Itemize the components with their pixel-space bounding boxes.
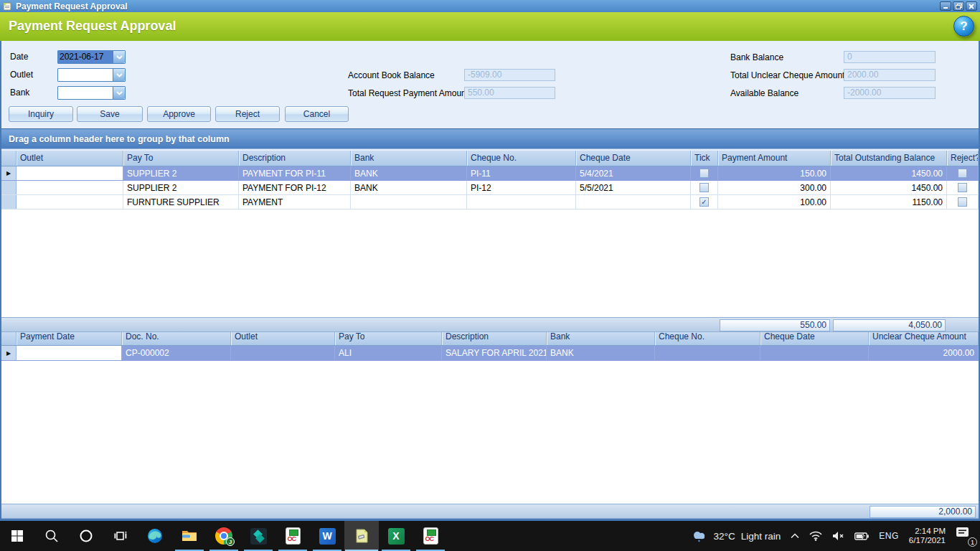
battery-icon[interactable] <box>854 532 869 540</box>
grid-row[interactable]: ▶SUPPLIER 2PAYMENT FOR PI-11BANKPI-115/4… <box>1 166 979 181</box>
cell-outstanding[interactable]: 1450.00 <box>831 181 947 194</box>
volume-muted-icon[interactable] <box>832 531 844 541</box>
column-header-unclear_amount[interactable]: Unclear Cheque Amount <box>869 332 979 345</box>
cell-reject[interactable] <box>947 181 979 194</box>
reject-checkbox[interactable] <box>958 169 967 178</box>
cell-doc_no[interactable]: CP-000002 <box>122 346 231 360</box>
clock[interactable]: 2:14 PM 6/17/2021 <box>909 527 946 545</box>
cell-bank[interactable]: BANK <box>351 181 467 194</box>
cell-unclear_amount[interactable]: 2000.00 <box>869 346 979 360</box>
file-explorer-icon[interactable] <box>172 521 207 551</box>
grid-row[interactable]: ▶CP-000002ALISALARY FOR APRIL 2021BANK20… <box>1 346 979 361</box>
tray-expand-chevron-icon[interactable] <box>791 533 799 539</box>
column-header-payment_date[interactable]: Payment Date <box>17 332 122 345</box>
tick-checkbox[interactable] <box>699 169 709 178</box>
cell-outlet[interactable] <box>17 195 123 209</box>
cell-cheque_no[interactable] <box>467 195 576 209</box>
cancel-button[interactable]: Cancel <box>285 106 349 122</box>
cell-cheque_no[interactable]: PI-12 <box>467 181 576 194</box>
cell-outlet[interactable] <box>17 166 123 180</box>
filmora-icon[interactable] <box>241 521 275 551</box>
save-button[interactable]: Save <box>77 106 143 122</box>
column-header-cheque_date[interactable]: Cheque Date <box>576 151 691 166</box>
cell-outstanding[interactable]: 1450.00 <box>831 166 947 180</box>
cell-bank[interactable] <box>351 195 467 209</box>
column-header-payment_amount[interactable]: Payment Amount <box>718 151 831 166</box>
cell-pay_to[interactable]: SUPPLIER 2 <box>123 166 239 180</box>
column-header-cheque_no[interactable]: Cheque No. <box>655 332 760 345</box>
cell-reject[interactable] <box>947 195 979 209</box>
cell-cheque_no[interactable] <box>655 346 760 360</box>
column-header-bank[interactable]: Bank <box>351 151 467 166</box>
tick-checkbox[interactable]: ✓ <box>699 197 709 207</box>
chevron-down-icon[interactable] <box>113 51 125 63</box>
cell-outlet[interactable] <box>231 346 335 360</box>
column-header-reject[interactable]: Reject? <box>947 151 979 166</box>
cell-cheque_date[interactable]: 5/5/2021 <box>576 181 691 194</box>
column-header-outlet[interactable]: Outlet <box>231 332 335 345</box>
reject-button[interactable]: Reject <box>215 106 280 122</box>
wifi-icon[interactable] <box>809 531 822 541</box>
column-header-description[interactable]: Description <box>442 332 547 345</box>
edge-icon[interactable] <box>138 521 172 551</box>
column-header-description[interactable]: Description <box>239 151 351 166</box>
weather-widget[interactable]: 32°C Light rain <box>691 529 781 543</box>
reject-checkbox[interactable] <box>958 183 967 192</box>
outlet-combobox[interactable] <box>57 68 126 82</box>
minimize-button[interactable] <box>940 1 951 11</box>
cell-payment_amount[interactable]: 150.00 <box>718 166 831 180</box>
cell-payment_amount[interactable]: 300.00 <box>718 181 831 194</box>
cell-reject[interactable] <box>947 166 979 180</box>
chevron-down-icon[interactable] <box>113 69 125 81</box>
close-button[interactable] <box>966 1 977 11</box>
cell-description[interactable]: PAYMENT <box>239 195 351 209</box>
column-header-doc_no[interactable]: Doc. No. <box>122 332 231 345</box>
search-icon[interactable] <box>34 521 69 551</box>
group-by-bar[interactable]: Drag a column header here to group by th… <box>1 128 979 149</box>
bank-combobox[interactable] <box>57 86 126 100</box>
cell-cheque_date[interactable] <box>576 195 691 209</box>
grid-row[interactable]: SUPPLIER 2PAYMENT FOR PI-12BANKPI-125/5/… <box>1 181 979 195</box>
language-indicator[interactable]: ENG <box>879 531 899 541</box>
column-header-cheque_no[interactable]: Cheque No. <box>467 151 576 166</box>
cell-cheque_no[interactable]: PI-11 <box>467 166 576 180</box>
excel-icon[interactable]: X <box>379 521 413 551</box>
approve-button[interactable]: Approve <box>147 106 211 122</box>
inquiry-button[interactable]: Inquiry <box>9 106 73 122</box>
column-header-outlet[interactable]: Outlet <box>17 151 123 166</box>
cell-outlet[interactable] <box>17 181 123 194</box>
cell-tick[interactable] <box>691 181 718 194</box>
cell-cheque_date[interactable]: 5/4/2021 <box>576 166 691 180</box>
column-header-bank[interactable]: Bank <box>547 332 655 345</box>
report-app-icon[interactable]: OC <box>275 521 310 551</box>
date-combobox[interactable]: 2021-06-17 <box>57 50 126 64</box>
cell-tick[interactable]: ✓ <box>691 195 718 209</box>
cell-payment_date[interactable] <box>17 346 122 360</box>
cell-pay_to[interactable]: FURNTURE SUPPLIER <box>123 195 239 209</box>
column-header-pay_to[interactable]: Pay To <box>123 151 239 166</box>
word-icon[interactable]: W <box>310 521 344 551</box>
cell-tick[interactable] <box>691 166 718 180</box>
column-header-cheque_date[interactable]: Cheque Date <box>760 332 869 345</box>
grid-row[interactable]: FURNTURE SUPPLIERPAYMENT✓100.001150.00 <box>1 195 979 209</box>
reject-checkbox[interactable] <box>958 197 967 207</box>
cell-pay_to[interactable]: SUPPLIER 2 <box>123 181 239 194</box>
column-header-pay_to[interactable]: Pay To <box>335 332 442 345</box>
help-button[interactable]: ? <box>953 16 974 37</box>
column-header-tick[interactable]: Tick <box>691 151 718 166</box>
cell-cheque_date[interactable] <box>760 346 869 360</box>
column-header-outstanding[interactable]: Total Outstanding Balance <box>831 151 947 166</box>
cell-payment_amount[interactable]: 100.00 <box>718 195 831 209</box>
cell-description[interactable]: SALARY FOR APRIL 2021 <box>442 346 547 360</box>
restore-button[interactable] <box>953 1 964 11</box>
task-view-icon[interactable] <box>103 521 138 551</box>
cell-outstanding[interactable]: 1150.00 <box>831 195 947 209</box>
cell-description[interactable]: PAYMENT FOR PI-11 <box>239 166 351 180</box>
cortana-icon[interactable] <box>69 521 103 551</box>
cell-pay_to[interactable]: ALI <box>335 346 442 360</box>
cell-description[interactable]: PAYMENT FOR PI-12 <box>239 181 351 194</box>
cell-bank[interactable]: BANK <box>351 166 467 180</box>
start-button[interactable] <box>0 521 34 551</box>
action-center-icon[interactable]: 1 <box>956 527 974 545</box>
payment-app-icon[interactable] <box>344 521 379 551</box>
